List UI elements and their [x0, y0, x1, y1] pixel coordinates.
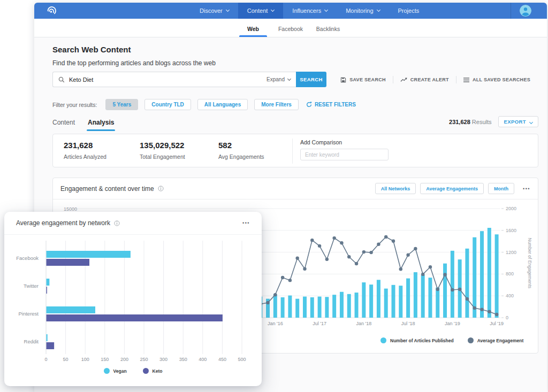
nav-item-projects[interactable]: Projects — [389, 3, 429, 19]
user-avatar-icon — [520, 5, 531, 17]
search-row: Expand SEARCH — [52, 72, 326, 87]
more-menu-icon[interactable]: ••• — [242, 220, 250, 226]
search-input[interactable] — [69, 76, 267, 83]
svg-text:Jul '17: Jul '17 — [313, 321, 326, 326]
svg-text:50: 50 — [63, 357, 68, 362]
card-header: Average engagement by network ••• — [4, 212, 262, 235]
chart-controls: All Networks Average Engagements Month •… — [375, 183, 530, 194]
svg-text:250: 250 — [140, 357, 148, 362]
svg-text:1600: 1600 — [506, 228, 516, 233]
filter-chip-languages[interactable]: All Languages — [197, 99, 248, 110]
filter-chip-country-tld[interactable]: Country TLD — [144, 99, 191, 110]
svg-text:15000: 15000 — [64, 206, 77, 212]
results-row: 231,628 Results EXPORT — [449, 116, 538, 127]
svg-text:Number of Engagements: Number of Engagements — [527, 238, 532, 289]
info-icon — [158, 186, 164, 191]
add-comparison: Add Comparison — [300, 139, 389, 160]
legend-dot-articles — [380, 337, 386, 343]
subtab-facebook[interactable]: Facebook — [272, 19, 309, 37]
reset-filters-button[interactable]: RESET FILTERS — [306, 102, 356, 107]
legend-vegan: Vegan — [104, 368, 127, 374]
search-icon — [58, 76, 65, 83]
more-menu-icon[interactable]: ••• — [523, 186, 530, 191]
svg-text:Facebook: Facebook — [16, 255, 39, 261]
create-alert-button[interactable]: CREATE ALERT — [393, 77, 456, 82]
svg-text:2000: 2000 — [506, 206, 516, 211]
svg-text:300: 300 — [159, 357, 168, 362]
subtab-web[interactable]: Web — [234, 19, 272, 37]
networks-filter-button[interactable]: All Networks — [375, 183, 416, 194]
svg-text:Reddit: Reddit — [24, 339, 39, 344]
nav-item-influencers[interactable]: Influencers — [283, 3, 337, 19]
tab-analysis[interactable]: Analysis — [88, 119, 114, 131]
svg-text:350: 350 — [179, 357, 187, 362]
trending-up-icon — [400, 77, 407, 82]
summary-stats-card: 231,628 Articles Analyzed 135,029,522 To… — [52, 134, 538, 167]
card-title: Average engagement by network — [16, 219, 120, 227]
chevron-down-icon — [376, 8, 380, 12]
nav-label: Content — [247, 7, 268, 14]
filter-chip-years[interactable]: 5 Years — [105, 99, 138, 110]
all-saved-searches-button[interactable]: ALL SAVED SEARCHES — [456, 77, 537, 82]
subtab-backlinks[interactable]: Backlinks — [309, 19, 347, 37]
legend-average-engagement: Average Engagement — [468, 337, 524, 343]
info-icon — [114, 220, 120, 226]
nav-label: Discover — [200, 7, 223, 14]
content-subtabs: Web Facebook Backlinks — [34, 19, 547, 37]
save-icon — [340, 77, 346, 83]
comparison-keyword-input[interactable] — [300, 149, 389, 160]
interval-filter-button[interactable]: Month — [488, 183, 514, 194]
network-comparison-chart: 050100150200250300350400450500FacebookTw… — [4, 236, 262, 365]
svg-text:400: 400 — [199, 357, 207, 362]
stat-articles-analyzed: 231,628 Articles Analyzed — [64, 141, 106, 160]
svg-text:800: 800 — [506, 271, 514, 276]
export-button[interactable]: EXPORT — [498, 116, 538, 127]
nav-item-discover[interactable]: Discover — [191, 3, 238, 19]
svg-text:500: 500 — [238, 357, 246, 362]
nav-label: Projects — [398, 7, 420, 14]
tab-content[interactable]: Content — [52, 119, 75, 131]
results-count-suffix: Results — [472, 119, 492, 125]
svg-text:Jul '18: Jul '18 — [401, 321, 415, 326]
add-comparison-label: Add Comparison — [300, 139, 389, 145]
legend-dot-keto — [143, 368, 149, 374]
svg-text:Jan '16: Jan '16 — [268, 321, 283, 326]
stat-avg-engagements: 582 Avg Engagements — [218, 141, 264, 160]
svg-text:Jan '19: Jan '19 — [445, 321, 460, 326]
brand-swirl-icon — [47, 5, 58, 16]
filter-label: Filter your results: — [52, 102, 97, 108]
legend-articles-published: Number of Articles Published — [380, 337, 454, 343]
svg-text:Jul '19: Jul '19 — [490, 321, 504, 326]
legend-dot-engagement — [468, 337, 474, 343]
svg-text:1200: 1200 — [506, 250, 516, 255]
nav-item-monitoring[interactable]: Monitoring — [337, 3, 389, 19]
svg-text:450: 450 — [218, 357, 226, 362]
network-chart-legend: Vegan Keto — [4, 368, 262, 374]
filter-chip-more-filters[interactable]: More Filters — [254, 99, 299, 110]
user-avatar[interactable] — [520, 5, 531, 17]
top-navbar: Discover Content Influencers Monitoring … — [34, 3, 547, 19]
results-tabs: Content Analysis — [52, 119, 114, 131]
list-icon — [463, 78, 469, 82]
search-button[interactable]: SEARCH — [296, 72, 326, 87]
save-search-button[interactable]: SAVE SEARCH — [333, 77, 393, 83]
chevron-down-icon — [226, 8, 230, 12]
page-title: Search Web Content — [52, 45, 131, 54]
svg-text:150: 150 — [101, 357, 109, 362]
stat-total-engagement: 135,029,522 Total Engagement — [140, 141, 185, 160]
metric-filter-button[interactable]: Average Engagements — [420, 183, 484, 194]
chart-header: Engagement & content over time All Netwo… — [53, 178, 538, 199]
nav-label: Influencers — [292, 7, 321, 14]
expand-toggle[interactable]: Expand — [267, 76, 291, 82]
svg-text:0: 0 — [44, 357, 47, 362]
svg-text:Twitter: Twitter — [24, 283, 39, 289]
svg-text:Pinterest: Pinterest — [19, 311, 39, 317]
main-nav: Discover Content Influencers Monitoring … — [191, 3, 428, 19]
nav-item-content[interactable]: Content — [238, 3, 284, 19]
chevron-down-icon — [529, 120, 533, 124]
nav-divider — [511, 3, 511, 19]
time-chart-legend: Number of Articles Published Average Eng… — [380, 337, 523, 343]
brand-logo[interactable] — [47, 5, 58, 16]
divider — [292, 139, 293, 164]
legend-dot-vegan — [104, 368, 110, 374]
